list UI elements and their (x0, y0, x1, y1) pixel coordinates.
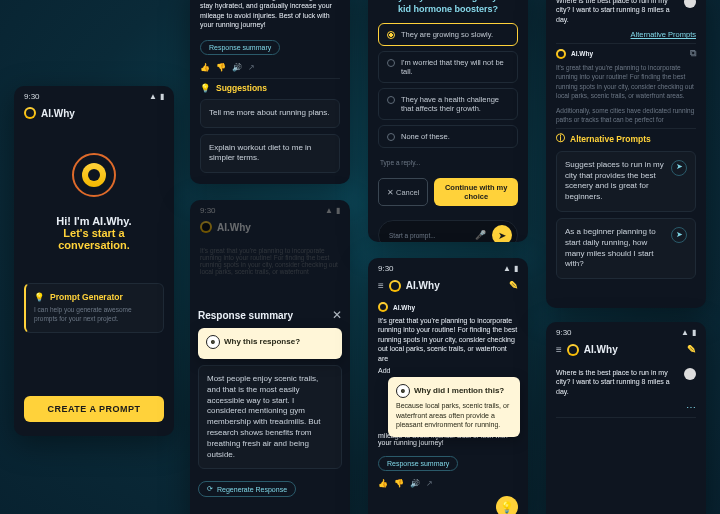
suggestion-item[interactable]: Explain workout diet to me in simpler te… (200, 134, 340, 174)
screen-conversation: 9:30▲▮ ≡ AI.Why ✎ Where is the best plac… (546, 322, 706, 514)
option-label: They are growing so slowly. (401, 30, 493, 39)
status-icons: ▲▮ (146, 92, 164, 101)
menu-icon[interactable]: ≡ (556, 344, 562, 355)
regenerate-label: Regenerate Response (217, 486, 287, 493)
response-summary-chip[interactable]: Response summary (200, 40, 280, 55)
option-2[interactable]: I'm worried that they will not be tall. (378, 51, 518, 83)
option-label: None of these. (401, 132, 450, 141)
brand-icon (567, 344, 579, 356)
edit-icon[interactable]: ✎ (687, 343, 696, 356)
greeting-line-1: Hi! I'm AI.Why. (28, 215, 160, 227)
option-1[interactable]: They are growing so slowly. (378, 23, 518, 46)
hero-logo (72, 153, 116, 197)
option-label: I'm worried that they will not be tall. (401, 58, 509, 76)
thumbs-down-icon[interactable]: 👎 (394, 479, 404, 488)
why-response-title: Why this response? (224, 337, 300, 348)
continue-button[interactable]: Continue with my choice (434, 178, 518, 206)
close-icon[interactable]: ✕ (332, 308, 342, 322)
screen-question: Why do you want to give your kid hormone… (368, 0, 528, 242)
status-bar: 9:30 ▲▮ (14, 86, 174, 103)
thumbs-down-icon[interactable]: 👎 (216, 63, 226, 72)
thumbs-up-icon[interactable]: 👍 (378, 479, 388, 488)
send-button[interactable]: ➤ (492, 225, 512, 242)
add-line: Add (378, 367, 518, 374)
cancel-label: Cancel (396, 188, 419, 197)
mic-icon[interactable]: 🎤 (475, 230, 486, 240)
screen-response-summary: 9:30▲▮ AI.Why It's great that you're pla… (190, 200, 350, 514)
speaker-icon[interactable]: 🔊 (232, 63, 242, 72)
clock: 9:30 (378, 264, 394, 273)
user-avatar (684, 0, 696, 8)
send-icon[interactable]: ➤ (671, 160, 687, 176)
edit-icon[interactable]: ✎ (509, 279, 518, 292)
why-popover: ☻Why did I mention this? Because local p… (388, 377, 520, 436)
clock: 9:30 (24, 92, 40, 101)
brand-name: AI.Why (584, 344, 618, 355)
clock: 9:30 (556, 328, 572, 337)
sender-label: AI.Why (571, 50, 593, 57)
suggestions-title: Suggestions (216, 83, 267, 93)
message-actions: 👍 👎 🔊 ↗ (200, 61, 340, 74)
option-4[interactable]: None of these. (378, 125, 518, 148)
copy-icon[interactable]: ⧉ (690, 48, 696, 59)
more-icon[interactable]: ⋯ (556, 402, 696, 413)
assistant-blurred: It's great that you're planning to incor… (556, 63, 696, 99)
prompt-input[interactable]: Start a prompt... (389, 232, 469, 239)
brand-name: AI.Why (41, 108, 75, 119)
app-header: AI.Why (14, 103, 174, 125)
cancel-button[interactable]: ✕Cancel (378, 178, 428, 206)
screen-inline-why: 9:30▲▮ ≡ AI.Why ✎ AI.Why It's great that… (368, 258, 528, 514)
screen-suggestions: Remember to invest in good running shoes… (190, 0, 350, 184)
user-message: Where is the best place to run in my cit… (556, 368, 678, 396)
screen-welcome: 9:30 ▲▮ AI.Why Hi! I'm AI.Why. Let's sta… (14, 86, 174, 436)
alt-prompts-link[interactable]: Alternative Prompts (556, 30, 696, 39)
modal-title: Response summary (198, 310, 293, 321)
brand-icon (24, 107, 36, 119)
reply-input[interactable]: Type a reply... (378, 153, 518, 172)
bot-icon: ☻ (396, 384, 410, 398)
question-title: Why do you want to give your kid hormone… (384, 0, 512, 15)
info-icon: ⓘ (556, 133, 565, 145)
create-prompt-button[interactable]: CREATE A PROMPT (24, 396, 164, 422)
summary-body: Most people enjoy scenic trails, and tha… (198, 365, 342, 469)
alt-text: Suggest places to run in my city that pr… (565, 160, 665, 203)
sender-label: AI.Why (393, 304, 415, 311)
option-label: They have a health challenge that affect… (401, 95, 509, 113)
pg-title: Prompt Generator (50, 292, 123, 303)
menu-icon[interactable]: ≡ (378, 280, 384, 291)
brand-icon (389, 280, 401, 292)
user-avatar (684, 368, 696, 380)
speaker-icon[interactable]: 🔊 (410, 479, 420, 488)
assistant-message: Remember to invest in good running shoes… (200, 0, 340, 30)
thumbs-up-icon[interactable]: 👍 (200, 63, 210, 72)
assistant-blurred: Additionally, some cities have dedicated… (556, 106, 696, 124)
share-icon[interactable]: ↗ (248, 63, 255, 72)
pg-subtitle: I can help you generate awesome prompts … (34, 306, 155, 324)
share-icon[interactable]: ↗ (426, 479, 433, 488)
alt-text: As a beginner planning to start daily ru… (565, 227, 665, 270)
bot-icon: ☻ (206, 335, 220, 349)
alt-title: Alternative Prompts (570, 134, 651, 144)
suggestion-item[interactable]: Tell me more about running plans. (200, 99, 340, 128)
response-summary-chip[interactable]: Response summary (378, 456, 458, 471)
alt-prompt-item[interactable]: Suggest places to run in my city that pr… (556, 151, 696, 212)
lightbulb-icon: 💡 (200, 83, 211, 93)
refresh-icon: ⟳ (207, 485, 213, 493)
lightbulb-icon: 💡 (34, 292, 45, 303)
popover-body: Because local parks, scenic trails, or w… (396, 401, 512, 429)
screen-alt-prompts: Where is the best place to run in my cit… (546, 0, 706, 308)
prompt-generator-card[interactable]: 💡 Prompt Generator I can help you genera… (24, 283, 164, 333)
greeting-line-2: Let's start a conversation. (28, 227, 160, 251)
send-icon[interactable]: ➤ (671, 227, 687, 243)
brand-name: AI.Why (406, 280, 440, 291)
popover-title: Why did I mention this? (414, 386, 504, 397)
regenerate-button[interactable]: ⟳Regenerate Response (198, 481, 296, 497)
suggestion-fab[interactable]: 💡 (496, 496, 518, 514)
modal-layer: Response summary ✕ ☻Why this response? M… (190, 200, 350, 514)
assistant-message: It's great that you're planning to incor… (378, 316, 518, 363)
option-3[interactable]: They have a health challenge that affect… (378, 88, 518, 120)
user-message: Where is the best place to run in my cit… (556, 0, 678, 24)
alt-prompt-item[interactable]: As a beginner planning to start daily ru… (556, 218, 696, 279)
